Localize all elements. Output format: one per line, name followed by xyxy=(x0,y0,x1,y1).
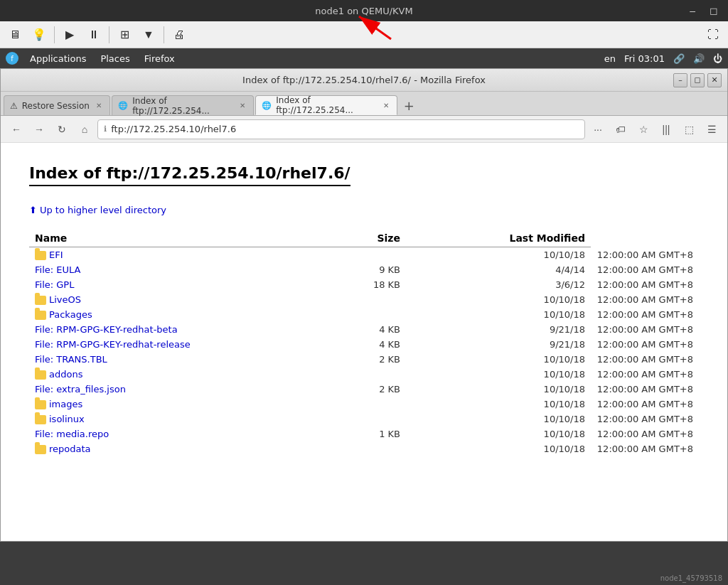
file-date-cell: 9/21/18 xyxy=(406,322,591,337)
file-time-cell: 12:00:00 AM GMT+8 xyxy=(591,412,699,426)
new-tab-button[interactable]: + xyxy=(399,95,419,115)
ff-maximize-btn[interactable]: ◻ xyxy=(690,73,705,87)
folder-icon xyxy=(35,415,46,424)
tab-ftp-2[interactable]: 🌐 Index of ftp://172.25.254... ✕ xyxy=(255,95,397,115)
toolbar-separator xyxy=(54,26,55,43)
folder-link[interactable]: Packages xyxy=(49,309,92,320)
table-row: images10/10/1812:00:00 AM GMT+8 xyxy=(29,397,699,412)
tab-restore-close[interactable]: ✕ xyxy=(94,101,104,110)
file-name-cell: File: GPL xyxy=(29,277,349,292)
tab-ftp1-close[interactable]: ✕ xyxy=(237,101,247,110)
tab-ftp-1[interactable]: 🌐 Index of ftp://172.25.254... ✕ xyxy=(112,95,254,115)
file-name-cell: addons xyxy=(29,367,349,382)
folder-link[interactable]: isolinux xyxy=(49,414,85,424)
tab-restore-session[interactable]: ⚠ Restore Session ✕ xyxy=(4,95,110,115)
minimize-button[interactable]: – xyxy=(685,4,700,18)
file-date-cell: 10/10/18 xyxy=(406,367,591,382)
screenshot-button[interactable]: 🖨 xyxy=(168,25,191,45)
file-date-cell: 10/10/18 xyxy=(406,247,591,263)
nav-bar-right: ··· 🏷 ☆ ||| ⬚ ☰ xyxy=(588,119,722,139)
file-time-cell: 12:00:00 AM GMT+8 xyxy=(591,367,699,382)
table-row: File: TRANS.TBL2 KB10/10/1812:00:00 AM G… xyxy=(29,352,699,367)
folder-icon xyxy=(35,311,46,320)
places-menu[interactable]: Places xyxy=(93,48,136,68)
bookmark-btn[interactable]: ☆ xyxy=(633,119,653,139)
sidebar-toggle[interactable]: ⬚ xyxy=(679,119,699,139)
title-bar-controls: – ◻ xyxy=(685,4,722,18)
folder-link[interactable]: repodata xyxy=(49,444,91,454)
file-link[interactable]: File: RPM-GPG-KEY-redhat-beta xyxy=(35,324,178,335)
file-link[interactable]: File: GPL xyxy=(35,279,74,290)
ff-close-btn[interactable]: ✕ xyxy=(707,73,722,87)
tab-ftp2-close[interactable]: ✕ xyxy=(381,101,391,110)
table-row: File: extra_files.json2 KB10/10/1812:00:… xyxy=(29,382,699,397)
pocket-btn[interactable]: 🏷 xyxy=(611,119,631,139)
usb-button[interactable]: 💡 xyxy=(28,25,50,45)
file-link[interactable]: File: RPM-GPG-KEY-redhat-release xyxy=(35,339,191,350)
file-time-cell: 12:00:00 AM GMT+8 xyxy=(591,337,699,352)
file-size-cell: 2 KB xyxy=(349,352,406,367)
menu-btn[interactable]: ☰ xyxy=(702,119,722,139)
title-bar: node1 on QEMU/KVM – ◻ xyxy=(0,0,728,21)
table-row: addons10/10/1812:00:00 AM GMT+8 xyxy=(29,367,699,382)
table-header-row: Name Size Last Modified xyxy=(29,230,699,247)
up-directory-link[interactable]: ⬆ Up to higher level directory xyxy=(29,205,699,215)
tab-ftp2-icon: 🌐 xyxy=(262,101,272,110)
fedora-icon: f xyxy=(6,52,18,65)
window-title: node1 on QEMU/KVM xyxy=(315,6,412,16)
file-name-cell: File: RPM-GPG-KEY-redhat-release xyxy=(29,337,349,352)
table-row: File: GPL18 KB3/6/1212:00:00 AM GMT+8 xyxy=(29,277,699,292)
reload-button[interactable]: ↻ xyxy=(52,119,72,139)
file-link[interactable]: File: extra_files.json xyxy=(35,384,126,395)
folder-icon xyxy=(35,251,46,260)
file-link[interactable]: File: TRANS.TBL xyxy=(35,354,107,365)
ff-minimize-btn[interactable]: – xyxy=(673,73,687,87)
folder-link[interactable]: LiveOS xyxy=(49,294,81,305)
firefox-titlebar: Index of ftp://172.25.254.10/rhel7.6/ - … xyxy=(1,69,727,92)
volume-icon: 🔊 xyxy=(693,53,705,64)
forward-button[interactable]: → xyxy=(29,119,49,139)
back-button[interactable]: ← xyxy=(6,119,26,139)
maximize-button[interactable]: ◻ xyxy=(705,4,722,18)
tabs-bar: ⚠ Restore Session ✕ 🌐 Index of ftp://172… xyxy=(1,92,727,116)
play-button[interactable]: ▶ xyxy=(58,25,81,45)
file-link[interactable]: File: media.repo xyxy=(35,429,109,439)
file-size-cell xyxy=(349,441,406,456)
file-name-cell: File: RPM-GPG-KEY-redhat-beta xyxy=(29,322,349,337)
library-btn[interactable]: ||| xyxy=(656,119,676,139)
file-table: Name Size Last Modified EFI10/10/1812:00… xyxy=(29,230,699,456)
fullscreen-button[interactable]: ⛶ xyxy=(702,25,724,45)
file-size-cell xyxy=(349,412,406,426)
file-name-cell: Packages xyxy=(29,307,349,322)
file-date-cell: 10/10/18 xyxy=(406,441,591,456)
more-actions-btn[interactable]: ··· xyxy=(588,119,608,139)
dropdown-button[interactable]: ▼ xyxy=(137,25,160,45)
pause-button[interactable]: ⏸ xyxy=(82,25,105,45)
gnome-bar: f Applications Places Firefox en Fri 03:… xyxy=(0,48,728,68)
monitor-button[interactable]: 🖥 xyxy=(4,25,26,45)
address-bar[interactable]: ℹ ftp://172.25.254.10/rhel7.6 xyxy=(97,119,585,139)
folder-link[interactable]: addons xyxy=(49,369,82,380)
table-row: LiveOS10/10/1812:00:00 AM GMT+8 xyxy=(29,292,699,307)
folder-link[interactable]: images xyxy=(49,399,82,409)
home-button[interactable]: ⌂ xyxy=(75,119,95,139)
file-time-cell: 12:00:00 AM GMT+8 xyxy=(591,322,699,337)
file-link[interactable]: File: EULA xyxy=(35,264,80,275)
file-name-cell: images xyxy=(29,397,349,412)
applications-menu[interactable]: Applications xyxy=(23,48,93,68)
folder-link[interactable]: EFI xyxy=(49,249,63,260)
file-time-cell: 12:00:00 AM GMT+8 xyxy=(591,426,699,441)
file-date-cell: 10/10/18 xyxy=(406,412,591,426)
file-time-cell: 12:00:00 AM GMT+8 xyxy=(591,397,699,412)
file-time-cell: 12:00:00 AM GMT+8 xyxy=(591,277,699,292)
view-button[interactable]: ⊞ xyxy=(113,25,136,45)
file-size-cell: 18 KB xyxy=(349,277,406,292)
file-time-cell: 12:00:00 AM GMT+8 xyxy=(591,292,699,307)
power-icon: ⏻ xyxy=(713,53,722,64)
file-name-cell: isolinux xyxy=(29,412,349,426)
file-size-cell: 4 KB xyxy=(349,337,406,352)
firefox-menu[interactable]: Firefox xyxy=(137,48,182,68)
watermark: node1_45793518 xyxy=(660,574,722,582)
table-row: File: RPM-GPG-KEY-redhat-release4 KB9/21… xyxy=(29,337,699,352)
file-time-cell: 12:00:00 AM GMT+8 xyxy=(591,441,699,456)
